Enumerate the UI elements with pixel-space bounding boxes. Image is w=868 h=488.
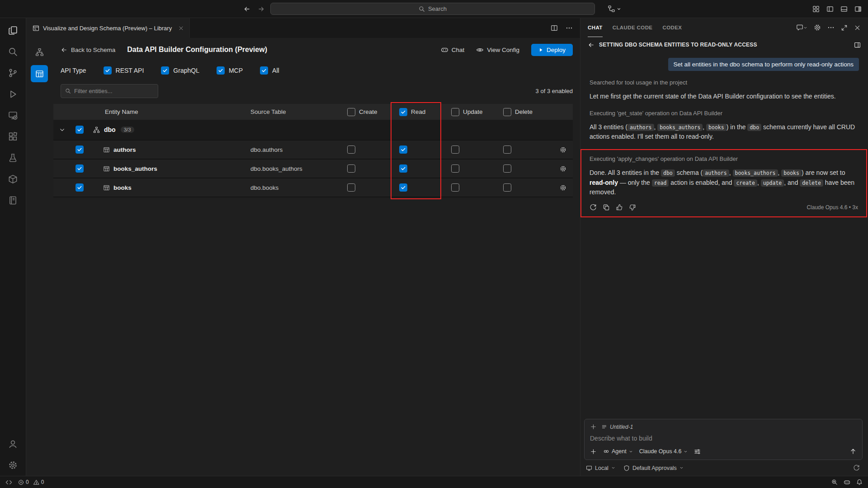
activitybar-settings[interactable] — [2, 455, 24, 476]
activitybar-testing[interactable] — [2, 147, 24, 169]
row-checkbox[interactable] — [75, 164, 84, 173]
delete-checkbox[interactable] — [503, 145, 511, 154]
notifications-bell-icon[interactable] — [856, 479, 863, 485]
chat-more-icon[interactable] — [827, 24, 835, 31]
delete-checkbox[interactable] — [503, 164, 511, 173]
attach-icon[interactable] — [590, 448, 597, 455]
header-create-checkbox[interactable] — [347, 108, 355, 116]
expand-chevron[interactable] — [53, 127, 71, 133]
row-settings-icon[interactable] — [560, 184, 566, 191]
tab-chat[interactable]: CHAT — [588, 18, 603, 37]
api-option-all[interactable]: All — [260, 66, 279, 75]
activitybar-remote-explorer[interactable] — [2, 105, 24, 126]
thumbs-up-icon[interactable] — [616, 204, 623, 211]
activitybar-source-control[interactable] — [2, 62, 24, 84]
chat-settings-icon[interactable] — [814, 24, 821, 31]
tools-sliders-icon[interactable] — [694, 448, 701, 455]
model-picker[interactable]: Claude Opus 4.6 — [639, 448, 688, 455]
activitybar-extensions[interactable] — [2, 126, 24, 147]
read-checkbox[interactable] — [399, 145, 407, 154]
filter-entities-input[interactable] — [74, 88, 154, 94]
row-checkbox[interactable] — [75, 145, 84, 154]
update-checkbox[interactable] — [451, 145, 459, 154]
new-chat-icon[interactable] — [796, 24, 807, 31]
activitybar-account[interactable] — [2, 433, 24, 455]
filter-row: 3 of 3 enabled — [53, 83, 573, 99]
more-actions-icon[interactable] — [566, 24, 573, 32]
chat-expand-icon[interactable] — [841, 24, 848, 31]
thumbs-down-icon[interactable] — [629, 204, 636, 211]
copilot-layout-menu[interactable] — [608, 0, 621, 18]
entity-row-books-authors[interactable]: books_authors dbo.books_authors — [53, 160, 573, 178]
create-checkbox[interactable] — [347, 183, 355, 192]
chat-input-box[interactable]: Untitled-1 Describe what to build Agent — [584, 419, 863, 460]
graphql-checkbox[interactable] — [161, 66, 169, 75]
rest-api-checkbox[interactable] — [104, 66, 112, 75]
runtime-picker[interactable]: Local — [586, 465, 615, 471]
tab-claude-code[interactable]: CLAUDE CODE — [613, 18, 653, 37]
read-checkbox[interactable] — [399, 183, 407, 192]
back-to-schema-button[interactable]: Back to Schema — [61, 47, 115, 53]
approvals-picker[interactable]: Default Approvals — [623, 465, 684, 471]
activitybar-notebook[interactable] — [2, 190, 24, 211]
customize-layout-icon[interactable] — [812, 5, 820, 13]
remote-indicator-icon[interactable] — [5, 479, 12, 486]
chat-close-icon[interactable] — [854, 24, 861, 31]
schema-group-row[interactable]: dbo 3/3 — [53, 120, 573, 141]
mode-picker[interactable]: Agent — [603, 448, 633, 455]
view-config-button[interactable]: View Config — [476, 46, 519, 54]
activitybar-search[interactable] — [2, 41, 24, 62]
command-center-search[interactable]: Search — [270, 3, 595, 15]
activitybar-run-debug[interactable] — [2, 84, 24, 105]
activitybar-packages[interactable] — [2, 169, 24, 190]
chat-button[interactable]: Chat — [441, 46, 465, 54]
create-checkbox[interactable] — [347, 145, 355, 154]
row-settings-icon[interactable] — [560, 146, 566, 153]
editor-tab[interactable]: Visualize and Design Schema (Preview) – … — [26, 18, 190, 38]
activitybar-explorer[interactable] — [2, 20, 24, 41]
group-checkbox[interactable] — [75, 126, 84, 134]
split-editor-icon[interactable] — [551, 24, 558, 32]
header-delete-checkbox[interactable] — [503, 108, 511, 116]
session-back-icon[interactable] — [588, 42, 594, 48]
regenerate-icon[interactable] — [590, 204, 597, 211]
problems-indicator[interactable]: 0 0 — [18, 479, 44, 485]
row-settings-icon[interactable] — [560, 165, 566, 172]
toggle-sidebar-icon[interactable] — [826, 5, 834, 13]
header-read-checkbox[interactable] — [399, 108, 407, 116]
all-checkbox[interactable] — [260, 66, 268, 75]
context-file-chip[interactable]: Untitled-1 — [601, 424, 633, 430]
api-option-rest[interactable]: REST API — [104, 66, 144, 75]
mcp-checkbox[interactable] — [217, 66, 225, 75]
tab-codex[interactable]: CODEX — [662, 18, 682, 37]
toggle-panel-icon[interactable] — [840, 5, 848, 13]
deploy-button[interactable]: Deploy — [531, 44, 573, 56]
row-checkbox[interactable] — [75, 183, 84, 192]
create-checkbox[interactable] — [347, 164, 355, 173]
zoom-indicator-icon[interactable] — [831, 479, 838, 485]
nav-back-icon[interactable] — [243, 5, 250, 13]
update-checkbox[interactable] — [451, 183, 459, 192]
mcp-label: MCP — [229, 67, 243, 74]
tab-close-icon[interactable] — [178, 25, 184, 31]
chat-input-placeholder[interactable]: Describe what to build — [590, 435, 857, 442]
header-update-checkbox[interactable] — [451, 108, 459, 116]
open-in-editor-icon[interactable] — [854, 42, 861, 48]
copy-icon[interactable] — [603, 204, 610, 211]
session-sync-icon[interactable] — [853, 465, 860, 471]
update-checkbox[interactable] — [451, 164, 459, 173]
api-option-mcp[interactable]: MCP — [217, 66, 243, 75]
add-context-icon[interactable] — [590, 423, 597, 430]
api-option-graphql[interactable]: GraphQL — [161, 66, 199, 75]
copilot-status-icon[interactable] — [844, 479, 850, 486]
dab-config-view-button[interactable] — [31, 65, 48, 82]
toggle-secondary-sidebar-icon[interactable] — [854, 5, 862, 13]
delete-checkbox[interactable] — [503, 183, 511, 192]
send-icon[interactable] — [849, 448, 857, 455]
schema-designer-view-button[interactable] — [31, 43, 48, 61]
nav-forward-icon[interactable] — [258, 5, 265, 13]
read-checkbox[interactable] — [399, 164, 407, 173]
filter-entities-box[interactable] — [61, 84, 158, 98]
entity-row-books[interactable]: books dbo.books — [53, 178, 573, 197]
entity-row-authors[interactable]: authors dbo.authors — [53, 141, 573, 160]
